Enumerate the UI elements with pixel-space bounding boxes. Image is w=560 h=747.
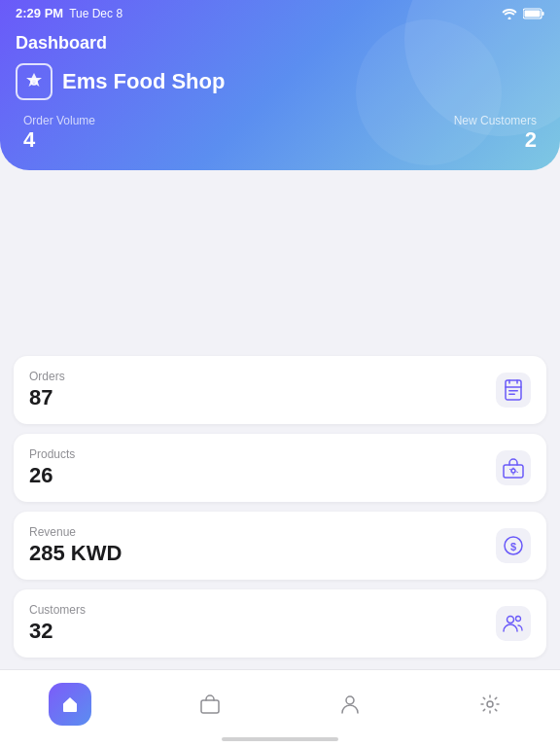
- products-value: 26: [29, 463, 75, 488]
- orders-value: 87: [29, 385, 65, 410]
- svg-rect-7: [508, 394, 515, 396]
- customers-icon: [496, 606, 531, 641]
- shop-name: Ems Food Shop: [62, 69, 225, 94]
- revenue-label: Revenue: [29, 525, 122, 539]
- new-customers-value: 2: [454, 127, 537, 153]
- orders-card[interactable]: Orders 87: [14, 356, 546, 424]
- bottom-nav: [0, 669, 560, 747]
- svg-rect-14: [201, 700, 219, 713]
- shop-logo: [16, 63, 52, 100]
- order-volume-label: Order Volume: [23, 114, 95, 127]
- home-icon: [49, 683, 91, 726]
- status-bar: 2:29 PM Tue Dec 8: [0, 0, 560, 26]
- products-icon: [496, 450, 531, 485]
- orders-label: Orders: [29, 370, 65, 383]
- gear-icon: [469, 683, 511, 726]
- order-volume-value: 4: [23, 127, 95, 153]
- svg-rect-3: [525, 10, 541, 17]
- customers-card[interactable]: Customers 32: [14, 589, 546, 658]
- nav-profile[interactable]: [280, 683, 420, 726]
- nav-orders[interactable]: [140, 683, 280, 726]
- nav-settings[interactable]: [420, 683, 560, 726]
- shop-row: Ems Food Shop: [0, 53, 560, 110]
- customers-label: Customers: [29, 603, 86, 617]
- svg-point-9: [511, 469, 515, 473]
- revenue-card[interactable]: Revenue 285 KWD $: [14, 512, 546, 580]
- svg-point-0: [508, 17, 511, 19]
- svg-point-16: [487, 701, 493, 707]
- new-customers-stat: New Customers 2: [454, 114, 537, 153]
- customers-value: 32: [29, 619, 86, 644]
- products-card[interactable]: Products 26: [14, 434, 546, 502]
- status-time: 2:29 PM: [16, 6, 63, 20]
- home-indicator: [222, 737, 338, 741]
- dashboard-title: Dashboard: [0, 27, 560, 53]
- svg-point-12: [508, 617, 514, 623]
- stats-row: Order Volume 4 New Customers 2: [0, 110, 560, 153]
- main-content: Orders 87 Products 26: [0, 340, 560, 673]
- order-volume-stat: Order Volume 4: [23, 114, 95, 153]
- revenue-icon: $: [496, 528, 531, 563]
- status-date: Tue Dec 8: [69, 7, 122, 20]
- svg-rect-8: [504, 465, 523, 478]
- svg-rect-6: [508, 390, 518, 392]
- battery-icon: [523, 8, 544, 19]
- wifi-icon: [502, 8, 517, 19]
- svg-text:$: $: [510, 541, 516, 552]
- new-customers-label: New Customers: [454, 114, 537, 127]
- products-label: Products: [29, 447, 75, 461]
- person-icon: [329, 683, 371, 726]
- nav-home[interactable]: [0, 683, 140, 726]
- bag-icon: [189, 683, 231, 726]
- svg-rect-2: [542, 12, 544, 16]
- svg-point-15: [346, 696, 354, 704]
- svg-point-13: [516, 617, 521, 622]
- revenue-value: 285 KWD: [29, 541, 122, 566]
- orders-icon: [496, 373, 531, 408]
- status-icons: [502, 8, 544, 19]
